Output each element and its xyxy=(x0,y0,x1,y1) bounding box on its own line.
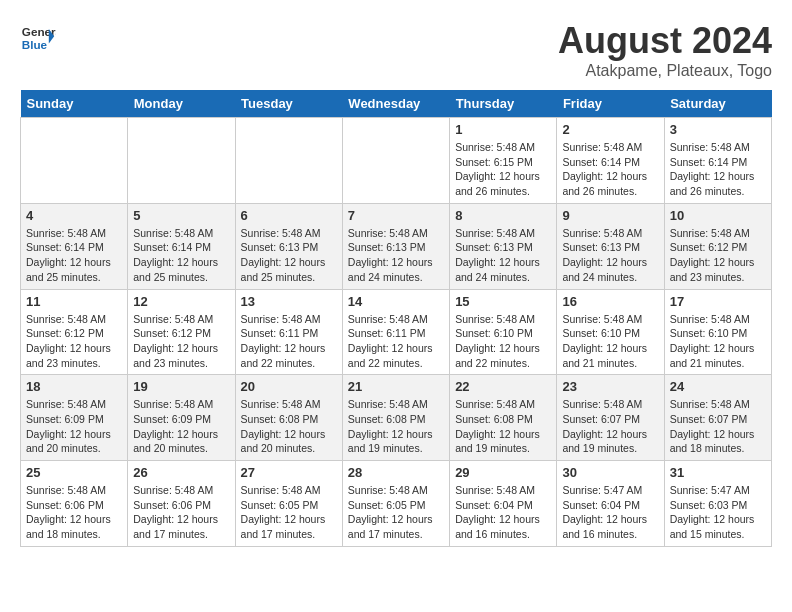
day-number: 12 xyxy=(133,294,229,309)
calendar-cell xyxy=(21,118,128,204)
calendar-cell: 12Sunrise: 5:48 AM Sunset: 6:12 PM Dayli… xyxy=(128,289,235,375)
calendar-cell: 5Sunrise: 5:48 AM Sunset: 6:14 PM Daylig… xyxy=(128,203,235,289)
calendar-cell: 20Sunrise: 5:48 AM Sunset: 6:08 PM Dayli… xyxy=(235,375,342,461)
calendar-cell: 6Sunrise: 5:48 AM Sunset: 6:13 PM Daylig… xyxy=(235,203,342,289)
day-info: Sunrise: 5:48 AM Sunset: 6:12 PM Dayligh… xyxy=(26,312,122,371)
day-info: Sunrise: 5:48 AM Sunset: 6:05 PM Dayligh… xyxy=(348,483,444,542)
day-number: 18 xyxy=(26,379,122,394)
day-info: Sunrise: 5:48 AM Sunset: 6:10 PM Dayligh… xyxy=(455,312,551,371)
day-header-wednesday: Wednesday xyxy=(342,90,449,118)
calendar-cell: 28Sunrise: 5:48 AM Sunset: 6:05 PM Dayli… xyxy=(342,461,449,547)
day-number: 17 xyxy=(670,294,766,309)
day-info: Sunrise: 5:48 AM Sunset: 6:14 PM Dayligh… xyxy=(26,226,122,285)
day-number: 19 xyxy=(133,379,229,394)
calendar-cell: 11Sunrise: 5:48 AM Sunset: 6:12 PM Dayli… xyxy=(21,289,128,375)
day-number: 16 xyxy=(562,294,658,309)
day-info: Sunrise: 5:48 AM Sunset: 6:08 PM Dayligh… xyxy=(241,397,337,456)
day-number: 23 xyxy=(562,379,658,394)
calendar-cell: 7Sunrise: 5:48 AM Sunset: 6:13 PM Daylig… xyxy=(342,203,449,289)
day-number: 3 xyxy=(670,122,766,137)
main-title: August 2024 xyxy=(558,20,772,62)
calendar-cell: 4Sunrise: 5:48 AM Sunset: 6:14 PM Daylig… xyxy=(21,203,128,289)
day-info: Sunrise: 5:48 AM Sunset: 6:11 PM Dayligh… xyxy=(241,312,337,371)
day-info: Sunrise: 5:48 AM Sunset: 6:06 PM Dayligh… xyxy=(26,483,122,542)
day-info: Sunrise: 5:48 AM Sunset: 6:06 PM Dayligh… xyxy=(133,483,229,542)
day-number: 2 xyxy=(562,122,658,137)
day-number: 24 xyxy=(670,379,766,394)
calendar-cell: 25Sunrise: 5:48 AM Sunset: 6:06 PM Dayli… xyxy=(21,461,128,547)
day-header-friday: Friday xyxy=(557,90,664,118)
day-info: Sunrise: 5:48 AM Sunset: 6:13 PM Dayligh… xyxy=(562,226,658,285)
day-header-monday: Monday xyxy=(128,90,235,118)
calendar-cell: 18Sunrise: 5:48 AM Sunset: 6:09 PM Dayli… xyxy=(21,375,128,461)
day-number: 27 xyxy=(241,465,337,480)
calendar-cell: 8Sunrise: 5:48 AM Sunset: 6:13 PM Daylig… xyxy=(450,203,557,289)
day-number: 10 xyxy=(670,208,766,223)
day-number: 29 xyxy=(455,465,551,480)
calendar-cell: 10Sunrise: 5:48 AM Sunset: 6:12 PM Dayli… xyxy=(664,203,771,289)
day-info: Sunrise: 5:48 AM Sunset: 6:11 PM Dayligh… xyxy=(348,312,444,371)
day-number: 8 xyxy=(455,208,551,223)
calendar-cell: 26Sunrise: 5:48 AM Sunset: 6:06 PM Dayli… xyxy=(128,461,235,547)
day-info: Sunrise: 5:48 AM Sunset: 6:13 PM Dayligh… xyxy=(348,226,444,285)
day-info: Sunrise: 5:48 AM Sunset: 6:09 PM Dayligh… xyxy=(26,397,122,456)
calendar-cell: 1Sunrise: 5:48 AM Sunset: 6:15 PM Daylig… xyxy=(450,118,557,204)
day-info: Sunrise: 5:48 AM Sunset: 6:14 PM Dayligh… xyxy=(562,140,658,199)
day-number: 15 xyxy=(455,294,551,309)
day-info: Sunrise: 5:47 AM Sunset: 6:04 PM Dayligh… xyxy=(562,483,658,542)
day-number: 5 xyxy=(133,208,229,223)
calendar-cell: 22Sunrise: 5:48 AM Sunset: 6:08 PM Dayli… xyxy=(450,375,557,461)
calendar-cell xyxy=(235,118,342,204)
day-number: 20 xyxy=(241,379,337,394)
day-header-saturday: Saturday xyxy=(664,90,771,118)
calendar-cell: 23Sunrise: 5:48 AM Sunset: 6:07 PM Dayli… xyxy=(557,375,664,461)
calendar-cell: 13Sunrise: 5:48 AM Sunset: 6:11 PM Dayli… xyxy=(235,289,342,375)
svg-text:Blue: Blue xyxy=(22,38,48,51)
calendar-cell: 24Sunrise: 5:48 AM Sunset: 6:07 PM Dayli… xyxy=(664,375,771,461)
day-number: 4 xyxy=(26,208,122,223)
day-header-thursday: Thursday xyxy=(450,90,557,118)
day-number: 14 xyxy=(348,294,444,309)
day-info: Sunrise: 5:48 AM Sunset: 6:12 PM Dayligh… xyxy=(133,312,229,371)
day-info: Sunrise: 5:48 AM Sunset: 6:14 PM Dayligh… xyxy=(133,226,229,285)
calendar-cell: 30Sunrise: 5:47 AM Sunset: 6:04 PM Dayli… xyxy=(557,461,664,547)
day-info: Sunrise: 5:48 AM Sunset: 6:12 PM Dayligh… xyxy=(670,226,766,285)
day-number: 6 xyxy=(241,208,337,223)
calendar-cell: 14Sunrise: 5:48 AM Sunset: 6:11 PM Dayli… xyxy=(342,289,449,375)
day-number: 1 xyxy=(455,122,551,137)
calendar-cell: 2Sunrise: 5:48 AM Sunset: 6:14 PM Daylig… xyxy=(557,118,664,204)
day-info: Sunrise: 5:48 AM Sunset: 6:07 PM Dayligh… xyxy=(562,397,658,456)
day-info: Sunrise: 5:48 AM Sunset: 6:08 PM Dayligh… xyxy=(348,397,444,456)
day-info: Sunrise: 5:48 AM Sunset: 6:13 PM Dayligh… xyxy=(241,226,337,285)
logo: General Blue xyxy=(20,20,56,56)
day-info: Sunrise: 5:48 AM Sunset: 6:07 PM Dayligh… xyxy=(670,397,766,456)
day-info: Sunrise: 5:48 AM Sunset: 6:08 PM Dayligh… xyxy=(455,397,551,456)
calendar-cell: 15Sunrise: 5:48 AM Sunset: 6:10 PM Dayli… xyxy=(450,289,557,375)
header: General Blue August 2024 Atakpame, Plate… xyxy=(20,20,772,80)
day-number: 13 xyxy=(241,294,337,309)
calendar-cell xyxy=(128,118,235,204)
calendar-cell: 16Sunrise: 5:48 AM Sunset: 6:10 PM Dayli… xyxy=(557,289,664,375)
day-number: 26 xyxy=(133,465,229,480)
day-number: 25 xyxy=(26,465,122,480)
day-number: 9 xyxy=(562,208,658,223)
calendar-cell: 29Sunrise: 5:48 AM Sunset: 6:04 PM Dayli… xyxy=(450,461,557,547)
day-info: Sunrise: 5:48 AM Sunset: 6:10 PM Dayligh… xyxy=(670,312,766,371)
day-info: Sunrise: 5:48 AM Sunset: 6:14 PM Dayligh… xyxy=(670,140,766,199)
day-info: Sunrise: 5:48 AM Sunset: 6:09 PM Dayligh… xyxy=(133,397,229,456)
day-info: Sunrise: 5:48 AM Sunset: 6:05 PM Dayligh… xyxy=(241,483,337,542)
day-number: 28 xyxy=(348,465,444,480)
logo-icon: General Blue xyxy=(20,20,56,56)
day-info: Sunrise: 5:48 AM Sunset: 6:13 PM Dayligh… xyxy=(455,226,551,285)
day-info: Sunrise: 5:48 AM Sunset: 6:04 PM Dayligh… xyxy=(455,483,551,542)
day-number: 7 xyxy=(348,208,444,223)
calendar-cell: 3Sunrise: 5:48 AM Sunset: 6:14 PM Daylig… xyxy=(664,118,771,204)
calendar-cell: 9Sunrise: 5:48 AM Sunset: 6:13 PM Daylig… xyxy=(557,203,664,289)
day-info: Sunrise: 5:48 AM Sunset: 6:15 PM Dayligh… xyxy=(455,140,551,199)
calendar-cell: 21Sunrise: 5:48 AM Sunset: 6:08 PM Dayli… xyxy=(342,375,449,461)
calendar-cell: 27Sunrise: 5:48 AM Sunset: 6:05 PM Dayli… xyxy=(235,461,342,547)
calendar-table: SundayMondayTuesdayWednesdayThursdayFrid… xyxy=(20,90,772,547)
day-header-sunday: Sunday xyxy=(21,90,128,118)
subtitle: Atakpame, Plateaux, Togo xyxy=(558,62,772,80)
calendar-cell: 31Sunrise: 5:47 AM Sunset: 6:03 PM Dayli… xyxy=(664,461,771,547)
